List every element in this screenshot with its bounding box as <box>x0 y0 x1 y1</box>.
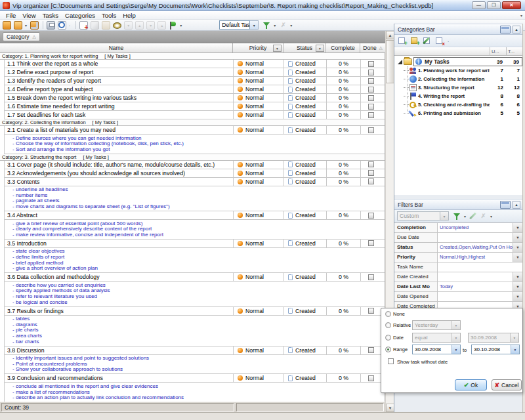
clear-filter-icon-2[interactable]: ✗ <box>479 212 488 220</box>
task-row[interactable]: 3.6 Data collection and methodologyNorma… <box>4 273 385 282</box>
filter-value[interactable]: Created,Open,Waiting,Put On Hold,Ca <box>438 243 513 252</box>
task-priority[interactable]: Normal <box>234 68 284 76</box>
done-checkbox[interactable] <box>368 87 374 93</box>
new-task-icon[interactable] <box>79 21 88 30</box>
delete-category-icon[interactable]: x <box>435 37 445 45</box>
print-preview-icon[interactable] <box>58 21 66 30</box>
print-icon[interactable] <box>47 21 55 30</box>
filter-row-completion[interactable]: CompletionUncompleted▼ <box>394 223 522 233</box>
done-checkbox[interactable] <box>368 78 374 84</box>
done-checkbox[interactable] <box>368 104 374 110</box>
column-header-priority[interactable]: Priority ▾ <box>233 43 284 52</box>
task-priority[interactable]: Normal <box>234 126 284 134</box>
task-row[interactable]: 3.8 DiscussionNormalCreated0 % <box>4 346 385 355</box>
menu-tasks[interactable]: Tasks <box>39 12 62 19</box>
task-done-cell[interactable] <box>361 102 381 110</box>
open-dropdown-icon[interactable]: ▾ <box>25 23 27 28</box>
task-priority[interactable]: Normal <box>234 102 284 110</box>
task-priority[interactable]: Normal <box>234 374 284 382</box>
done-checkbox[interactable] <box>368 308 374 314</box>
task-status[interactable]: Created <box>284 178 327 186</box>
done-checkbox[interactable] <box>368 240 374 246</box>
task-done-cell[interactable] <box>361 307 381 315</box>
column-header-status[interactable]: Status ▾ <box>284 43 326 52</box>
radio-date[interactable] <box>385 335 391 341</box>
task-row[interactable]: 3.4 AbstractNormalCreated0 % <box>4 211 385 220</box>
task-template-combo-arrow[interactable]: ▾ <box>250 20 259 30</box>
filter-dropdown-icon[interactable]: ▼ <box>513 223 522 232</box>
radio-row-range[interactable]: Range <box>385 346 408 352</box>
filter-value[interactable]: Normal,High,Highest <box>438 253 513 262</box>
done-checkbox[interactable] <box>368 161 374 167</box>
radio-none[interactable] <box>385 311 391 317</box>
tree-item-category-6[interactable]: 6. Printing and submission55 <box>394 109 522 117</box>
task-priority[interactable]: Normal <box>234 307 284 315</box>
status-filter-button[interactable]: ▾ <box>316 45 324 52</box>
task-done-cell[interactable] <box>361 85 381 93</box>
task-priority[interactable]: Normal <box>234 169 284 177</box>
group-by-category-chip[interactable]: Category△ <box>3 32 40 41</box>
task-name[interactable]: 3.8 Discussion <box>5 346 234 354</box>
radio-row-none[interactable]: None <box>385 311 405 317</box>
task-priority[interactable]: Normal <box>234 111 284 119</box>
done-checkbox[interactable] <box>368 347 374 353</box>
task-name[interactable]: 2.1 Create a list of materials you may n… <box>5 126 234 134</box>
radio-relative[interactable] <box>385 322 391 328</box>
radio-range[interactable] <box>385 346 391 352</box>
new-database-icon[interactable] <box>3 21 11 30</box>
task-priority[interactable]: Normal <box>234 346 284 354</box>
move-bottom-icon[interactable]: ▾ <box>146 21 155 30</box>
task-priority[interactable]: Normal <box>234 161 284 169</box>
apply-filter-dropdown[interactable]: ▾ <box>464 214 466 219</box>
menu-categories[interactable]: Categories <box>62 12 98 19</box>
task-priority[interactable]: Normal <box>234 240 284 247</box>
filter-icon[interactable] <box>262 21 271 30</box>
task-done-cell[interactable] <box>361 211 381 219</box>
add-subcategory-icon[interactable]: + <box>410 37 420 45</box>
categories-bar-collapse-icon[interactable]: ▲ <box>513 26 520 33</box>
task-row[interactable]: 3.5 IntroductionNormalCreated0 % <box>4 240 385 248</box>
task-priority[interactable]: Normal <box>234 60 284 68</box>
task-status[interactable]: Created <box>284 111 327 119</box>
task-done-cell[interactable] <box>361 60 381 68</box>
task-name[interactable]: 1.1 Think over the report as a whole <box>5 60 234 68</box>
task-template-combo[interactable]: Default Tas <box>219 20 250 30</box>
task-row[interactable]: 1.6 Estimate time needed for report writ… <box>4 102 385 111</box>
task-done-cell[interactable] <box>361 273 381 281</box>
filter-value[interactable] <box>438 262 522 272</box>
task-done-cell[interactable] <box>361 94 381 102</box>
column-header-name[interactable]: Name <box>0 43 233 52</box>
save-database-icon[interactable] <box>30 21 39 30</box>
tree-col-uncompleted[interactable]: U... <box>490 47 506 55</box>
menu-help[interactable]: Help <box>119 12 139 19</box>
done-checkbox[interactable] <box>368 213 374 219</box>
done-checkbox[interactable] <box>368 61 374 67</box>
task-row[interactable]: 1.2 Define exact purpose of reportNormal… <box>4 68 385 77</box>
task-name[interactable]: 1.7 Set deadlines for each task <box>5 111 234 119</box>
task-done-cell[interactable] <box>361 374 381 382</box>
open-database-icon[interactable] <box>14 21 22 30</box>
task-name[interactable]: 1.3 Identify the readers of your report <box>5 77 234 85</box>
view-eye-icon[interactable] <box>113 22 121 29</box>
task-name[interactable]: 3.3 Contents <box>5 178 234 186</box>
task-status[interactable]: Created <box>284 240 327 247</box>
task-name[interactable]: 3.4 Abstract <box>5 211 234 219</box>
filter-row-due-date[interactable]: Due Date▼ <box>394 233 522 243</box>
move-top-icon[interactable]: ▴ <box>158 21 166 30</box>
task-done-cell[interactable] <box>361 126 381 134</box>
task-row[interactable]: 3.1 Cover page (it should include: title… <box>4 161 385 169</box>
done-checkbox[interactable] <box>368 375 374 381</box>
tree-item-category-1[interactable]: 1. Planning work for report writing77 <box>394 66 522 75</box>
done-checkbox[interactable] <box>368 70 374 75</box>
task-status[interactable]: Created <box>284 126 327 134</box>
task-priority[interactable]: Normal <box>234 273 284 281</box>
tree-item-my-tasks[interactable]: My Tasks3939 <box>394 57 522 66</box>
menu-tools[interactable]: Tools <box>98 12 119 19</box>
task-status[interactable]: Created <box>284 169 327 177</box>
task-row[interactable]: 1.7 Set deadlines for each taskNormalCre… <box>4 111 385 119</box>
task-status[interactable]: Created <box>284 374 327 382</box>
category-group-row[interactable]: Category: 2. Collecting the information[… <box>0 119 385 126</box>
task-status[interactable]: Created <box>284 94 327 102</box>
filter-value[interactable] <box>438 272 513 282</box>
apply-filter-icon[interactable] <box>453 212 461 220</box>
